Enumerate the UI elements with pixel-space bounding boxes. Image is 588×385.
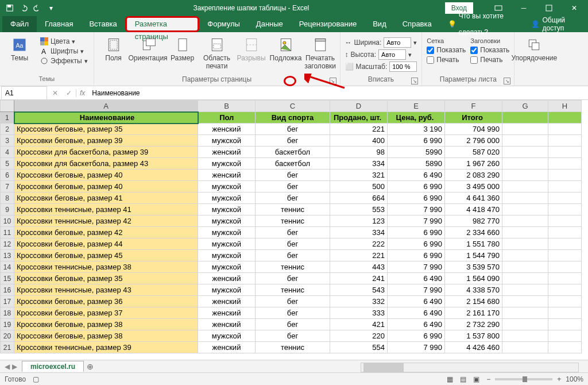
data-cell[interactable]: бег [256, 170, 330, 181]
data-cell[interactable]: женский [198, 319, 256, 330]
data-cell[interactable]: мужской [198, 204, 256, 215]
data-cell[interactable]: 4 641 360 [445, 192, 502, 204]
save-icon[interactable] [3, 2, 16, 14]
view-page-layout-icon[interactable]: ▤ [460, 375, 466, 383]
data-cell[interactable]: 6 990 [388, 135, 445, 147]
data-cell[interactable]: 7 990 [388, 204, 445, 215]
sheet-nav-prev-icon[interactable]: ◀ [5, 363, 10, 371]
data-cell[interactable]: Кроссовки теннисные, размер 42 [14, 215, 198, 227]
data-cell[interactable]: мужской [198, 215, 256, 227]
data-cell[interactable]: 1 544 790 [445, 250, 502, 261]
tab-insert[interactable]: Вставка [81, 16, 125, 32]
data-cell[interactable]: мужской [198, 135, 256, 147]
row-header-3[interactable]: 3 [1, 135, 14, 147]
tell-me-button[interactable]: 💡Что вы хотите сделать? [440, 16, 527, 32]
row-header-10[interactable]: 10 [1, 215, 14, 227]
print-titles-button[interactable]: Печатать заголовки [304, 34, 336, 70]
tab-help[interactable]: Справка [394, 16, 440, 32]
select-all-cell[interactable] [1, 101, 14, 112]
data-cell[interactable]: Кроссовки беговые, размер 37 [14, 307, 198, 319]
data-cell[interactable]: 6 490 [388, 307, 445, 319]
data-cell[interactable]: 1 967 260 [445, 158, 502, 170]
data-cell[interactable]: бег [256, 124, 330, 135]
data-cell[interactable]: бег [256, 250, 330, 261]
row-header-11[interactable]: 11 [1, 227, 14, 238]
data-cell[interactable]: мужской [198, 192, 256, 204]
header-cell[interactable]: Итого [445, 112, 502, 124]
data-cell[interactable]: баскетбол [256, 147, 330, 158]
view-page-break-icon[interactable]: ▣ [473, 375, 479, 383]
data-cell[interactable]: мужской [198, 330, 256, 342]
data-cell[interactable]: 2 161 170 [445, 307, 502, 319]
data-cell[interactable]: 1 564 090 [445, 273, 502, 284]
data-cell[interactable]: мужской [198, 238, 256, 250]
row-header-7[interactable]: 7 [1, 181, 14, 192]
row-header-6[interactable]: 6 [1, 170, 14, 181]
data-cell[interactable]: 543 [330, 284, 388, 296]
data-cell[interactable]: Кроссовки беговые, размер 40 [14, 170, 198, 181]
data-cell[interactable]: бег [256, 330, 330, 342]
row-header-17[interactable]: 17 [1, 296, 14, 307]
tab-data[interactable]: Данные [248, 16, 291, 32]
scale-dialog-launcher[interactable]: ↘ [411, 78, 418, 84]
data-cell[interactable]: Кроссовки беговые, размер 35 [14, 124, 198, 135]
data-cell[interactable]: 1 551 780 [445, 238, 502, 250]
maximize-icon[interactable] [537, 0, 560, 16]
add-sheet-button[interactable]: ⊕ [84, 362, 96, 371]
data-cell[interactable]: 1 537 800 [445, 330, 502, 342]
sheet-nav-next-icon[interactable]: ▶ [12, 363, 17, 371]
data-cell[interactable]: 5990 [388, 147, 445, 158]
headings-view-checkbox[interactable] [470, 47, 478, 54]
data-cell[interactable]: 6 490 [388, 273, 445, 284]
data-cell[interactable]: мужской [198, 158, 256, 170]
col-header-B[interactable]: B [198, 101, 256, 112]
data-cell[interactable]: бег [256, 192, 330, 204]
row-header-14[interactable]: 14 [1, 261, 14, 273]
data-cell[interactable]: 6 490 [388, 170, 445, 181]
data-cell[interactable]: 7 990 [388, 215, 445, 227]
background-button[interactable]: Подложка [270, 34, 302, 62]
data-cell[interactable]: 2 154 680 [445, 296, 502, 307]
data-cell[interactable]: 4 338 570 [445, 284, 502, 296]
header-cell[interactable]: Наименование [14, 112, 198, 124]
zoom-out-button[interactable]: − [486, 375, 490, 383]
data-cell[interactable]: 221 [330, 250, 388, 261]
data-cell[interactable]: Кроссовки для баскетбола, размер 43 [14, 158, 198, 170]
row-header-12[interactable]: 12 [1, 238, 14, 250]
data-cell[interactable]: теннис [256, 204, 330, 215]
data-cell[interactable]: мужской [198, 284, 256, 296]
data-cell[interactable]: 6 990 [388, 238, 445, 250]
data-cell[interactable]: Кроссовки беговые, размер 42 [14, 227, 198, 238]
data-cell[interactable]: мужской [198, 250, 256, 261]
tab-view[interactable]: Вид [365, 16, 394, 32]
orientation-button[interactable]: Ориентация [132, 34, 164, 62]
data-cell[interactable]: 2 334 660 [445, 227, 502, 238]
data-cell[interactable]: бег [256, 296, 330, 307]
data-cell[interactable]: Кроссовки беговые, размер 38 [14, 319, 198, 330]
data-cell[interactable]: женский [198, 342, 256, 353]
data-cell[interactable]: женский [198, 307, 256, 319]
data-cell[interactable]: Кроссовки беговые, размер 45 [14, 250, 198, 261]
header-cell[interactable]: Пол [198, 112, 256, 124]
data-cell[interactable]: женский [198, 296, 256, 307]
data-cell[interactable]: Кроссовки беговые, размер 40 [14, 181, 198, 192]
data-cell[interactable]: теннис [256, 261, 330, 273]
data-cell[interactable]: 500 [330, 181, 388, 192]
row-header-18[interactable]: 18 [1, 307, 14, 319]
data-cell[interactable]: 553 [330, 204, 388, 215]
data-cell[interactable]: Кроссовки теннисные, размер 41 [14, 204, 198, 215]
data-cell[interactable]: Кроссовки теннисные, размер 38 [14, 261, 198, 273]
data-cell[interactable]: 220 [330, 330, 388, 342]
zoom-slider[interactable] [495, 378, 552, 380]
themes-button[interactable]: AaТемы [3, 34, 36, 62]
sheet-tab[interactable]: microexcel.ru [22, 361, 84, 372]
data-cell[interactable]: баскетбол [256, 158, 330, 170]
row-header-8[interactable]: 8 [1, 192, 14, 204]
data-cell[interactable]: Кроссовки беговые, размер 36 [14, 296, 198, 307]
data-cell[interactable]: 3 495 000 [445, 181, 502, 192]
undo-icon[interactable] [17, 2, 30, 14]
header-cell[interactable]: Вид спорта [256, 112, 330, 124]
redo-icon[interactable] [31, 2, 44, 14]
data-cell[interactable]: 7 990 [388, 342, 445, 353]
data-cell[interactable]: 2 083 290 [445, 170, 502, 181]
